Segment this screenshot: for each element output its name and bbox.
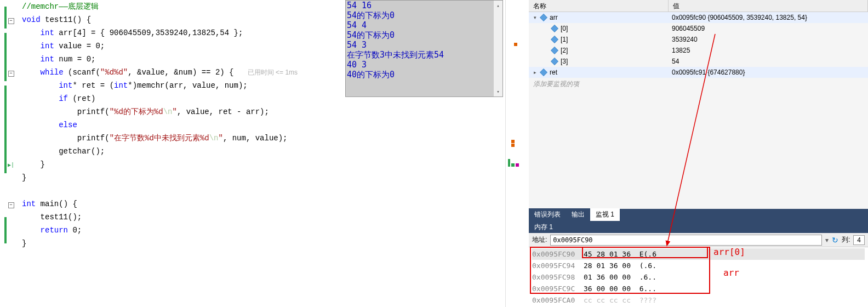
console-line: 54的下标为0 bbox=[346, 30, 502, 40]
variable-icon bbox=[551, 58, 558, 65]
watch-var-name: [2] bbox=[561, 47, 568, 54]
memory-title: 内存 1 bbox=[529, 221, 868, 233]
console-line: 54 3 bbox=[346, 40, 502, 50]
console-line: 在字节数3中未找到元素54 bbox=[346, 50, 502, 60]
watch-var-value: 54 bbox=[669, 58, 868, 65]
scrollbar[interactable]: ▴ ▾ bbox=[493, 1, 502, 96]
watch-header-name[interactable]: 名称 bbox=[529, 0, 669, 12]
watch-row[interactable]: [1]3539240 bbox=[529, 34, 868, 45]
watch-var-name: [0] bbox=[561, 25, 568, 32]
console-window: 54 1654的下标为054 454的下标为054 3在字节数3中未找到元素54… bbox=[345, 0, 503, 97]
variable-icon bbox=[540, 69, 547, 76]
tab-error-list[interactable]: 错误列表 bbox=[529, 208, 566, 221]
debug-panel: 名称 值 ▾arr0x0095fc90 {906045509, 3539240,… bbox=[529, 0, 868, 307]
fold-icon[interactable]: − bbox=[8, 202, 14, 208]
memory-row: 0x0095FC98 01 36 00 00 .6.. bbox=[532, 271, 865, 283]
variable-icon bbox=[551, 25, 558, 32]
expand-icon[interactable]: ▸ bbox=[532, 70, 538, 75]
watch-var-value: 13825 bbox=[669, 47, 868, 54]
console-line: 54的下标为0 bbox=[346, 10, 502, 20]
watch-var-value: 3539240 bbox=[669, 36, 868, 43]
code-comment: //memchr——底层逻辑 bbox=[22, 2, 99, 12]
tab-watch1[interactable]: 监视 1 bbox=[590, 208, 620, 221]
memory-col-label: 列: bbox=[842, 235, 850, 245]
memory-col-value: 4 bbox=[853, 235, 865, 245]
tab-output[interactable]: 输出 bbox=[566, 208, 590, 221]
watch-var-name: [1] bbox=[561, 36, 568, 43]
annotation-label-arr0: arr[0] bbox=[713, 247, 745, 257]
watch-row[interactable]: ▾arr0x0095fc90 {906045509, 3539240, 1382… bbox=[529, 12, 868, 23]
variable-icon bbox=[540, 14, 547, 21]
console-line: 54 4 bbox=[346, 20, 502, 30]
bottom-tabs: 错误列表 输出 监视 1 bbox=[529, 209, 868, 221]
minimap[interactable] bbox=[505, 0, 527, 307]
watch-row[interactable]: [2]13825 bbox=[529, 45, 868, 56]
memory-row: 0x0095FC9C 36 00 00 00 6... bbox=[532, 283, 865, 294]
console-line: 54 16 bbox=[346, 1, 502, 10]
watch-row[interactable]: [0]906045509 bbox=[529, 23, 868, 34]
watch-row[interactable]: ▸ret0x0095fc91 {674627880} bbox=[529, 67, 868, 78]
scroll-up-icon[interactable]: ▴ bbox=[496, 1, 499, 10]
fold-icon[interactable]: − bbox=[8, 71, 14, 77]
watch-var-value: 0x0095fc90 {906045509, 3539240, 13825, 5… bbox=[669, 14, 868, 21]
watch-var-name: arr bbox=[550, 14, 558, 21]
watch-var-value: 906045509 bbox=[669, 25, 868, 32]
memory-dump[interactable]: 0x0095FC90 45 28 01 36 E(.60x0095FC94 28… bbox=[529, 247, 868, 307]
watch-var-name: ret bbox=[550, 69, 557, 76]
perf-hint: 已用时间 <= 1ms bbox=[248, 68, 298, 77]
console-line: 40 3 bbox=[346, 60, 502, 70]
add-watch-item[interactable]: 添加要监视的项 bbox=[529, 78, 868, 90]
memory-row: 0x0095FCA0 cc cc cc cc ???? bbox=[532, 294, 865, 306]
watch-row[interactable]: [3]54 bbox=[529, 56, 868, 67]
variable-icon bbox=[551, 47, 558, 54]
console-line: 40的下标为0 bbox=[346, 70, 502, 79]
watch-header-value[interactable]: 值 bbox=[669, 0, 868, 12]
watch-header: 名称 值 bbox=[529, 0, 868, 12]
watch-var-value: 0x0095fc91 {674627880} bbox=[669, 69, 868, 76]
watch-var-name: [3] bbox=[561, 58, 568, 65]
variable-icon bbox=[551, 36, 558, 43]
fold-icon[interactable]: − bbox=[8, 18, 14, 24]
memory-row: 0x0095FC90 45 28 01 36 E(.6 bbox=[532, 248, 865, 260]
execution-pointer-icon: ▶| bbox=[8, 162, 14, 168]
scroll-down-icon[interactable]: ▾ bbox=[496, 87, 499, 96]
watch-rows: ▾arr0x0095fc90 {906045509, 3539240, 1382… bbox=[529, 12, 868, 78]
annotation-label-arr: arr bbox=[723, 268, 739, 278]
memory-addr-label: 地址: bbox=[532, 235, 547, 245]
memory-row: 0x0095FC94 28 01 36 00 (.6. bbox=[532, 260, 865, 271]
memory-address-input[interactable] bbox=[550, 235, 822, 246]
dropdown-icon[interactable]: ▾ bbox=[825, 236, 829, 244]
refresh-icon[interactable]: ↻ bbox=[832, 236, 838, 245]
expand-icon[interactable]: ▾ bbox=[532, 15, 538, 20]
memory-address-bar: 地址: ▾ ↻ 列: 4 bbox=[529, 233, 868, 247]
